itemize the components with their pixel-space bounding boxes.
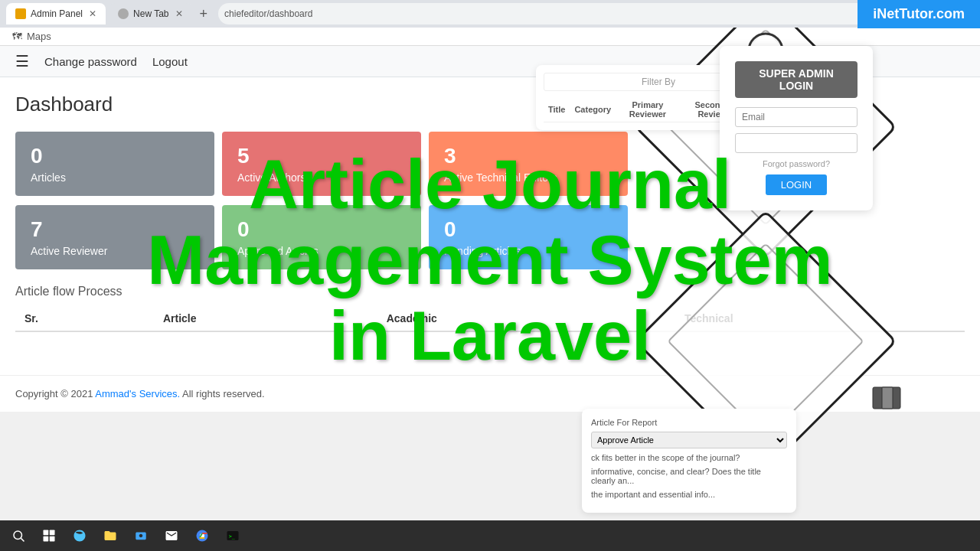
card-active-reviewer: 7 Active Reviewer bbox=[15, 205, 214, 269]
maps-label: Maps bbox=[27, 31, 51, 42]
taskbar: >_ bbox=[0, 520, 980, 551]
tab-close-new[interactable]: ✕ bbox=[175, 8, 183, 19]
inettuto-banner: iNetTutor.com bbox=[858, 0, 980, 28]
mini-col-category: Category bbox=[570, 97, 616, 122]
maps-bar: 🗺 Maps bbox=[0, 28, 980, 46]
col-technical: Technical bbox=[675, 306, 965, 331]
taskbar-store-icon[interactable] bbox=[132, 527, 150, 545]
cards-row-2: 7 Active Reviewer 0 Approved Artcles 0 P… bbox=[15, 205, 965, 269]
mini-col-primary: Primary Reviewer bbox=[616, 97, 680, 122]
tab-icon-admin bbox=[15, 8, 26, 19]
inettuto-label: iNetTutor.com bbox=[873, 6, 965, 21]
login-button[interactable]: LOGIN bbox=[766, 174, 827, 195]
card-active-technical: 3 Active Technical Editors bbox=[429, 132, 628, 196]
taskbar-chrome-icon[interactable] bbox=[193, 527, 211, 545]
card-articles: 0 Articles bbox=[15, 132, 214, 196]
taskbar-apps-icon[interactable] bbox=[40, 527, 58, 545]
review-title: Article For Report bbox=[591, 418, 787, 427]
svg-point-7 bbox=[14, 531, 22, 540]
super-admin-title: SUPER ADMIN LOGIN bbox=[735, 61, 858, 98]
address-bar: chiefeditor/dashboard bbox=[218, 3, 968, 24]
review-overlay: Article For Report Approve Article ck fi… bbox=[582, 409, 796, 513]
address-text: chiefeditor/dashboard bbox=[224, 8, 312, 19]
mini-col-title: Title bbox=[544, 97, 570, 122]
card-approved-number: 0 bbox=[237, 217, 406, 242]
card-active-reviewer-number: 7 bbox=[31, 217, 199, 242]
flow-table: Sr. Article Academic Technical bbox=[15, 306, 965, 344]
tab-label-new: New Tab bbox=[133, 8, 168, 19]
col-academic: Academic bbox=[377, 306, 675, 331]
col-sr: Sr. bbox=[15, 306, 154, 331]
card-active-technical-label: Active Technical Editors bbox=[444, 171, 612, 184]
svg-text:>_: >_ bbox=[229, 533, 236, 540]
footer-link[interactable]: Ammad's Services. bbox=[95, 388, 180, 399]
svg-rect-12 bbox=[50, 536, 55, 542]
forgot-password-link[interactable]: Forgot password? bbox=[735, 159, 858, 168]
tab-icon-new bbox=[118, 8, 129, 19]
svg-rect-11 bbox=[44, 536, 49, 542]
tab-admin-panel[interactable]: Admin Panel ✕ bbox=[6, 3, 106, 24]
card-pending-label: Pending Articles bbox=[444, 245, 612, 257]
tab-close-admin[interactable]: ✕ bbox=[89, 8, 96, 19]
maps-icon: 🗺 bbox=[12, 31, 22, 42]
logout-link[interactable]: Logout bbox=[152, 55, 188, 68]
taskbar-folder-icon[interactable] bbox=[101, 527, 119, 545]
card-approved-label: Approved Artcles bbox=[237, 245, 406, 257]
review-q1: ck fits better in the scope of the journ… bbox=[591, 453, 787, 462]
super-admin-password[interactable] bbox=[735, 133, 858, 153]
section-title: Article flow Process bbox=[15, 285, 965, 298]
tab-label-admin: Admin Panel bbox=[31, 8, 83, 19]
svg-rect-10 bbox=[50, 530, 55, 536]
review-approve-select[interactable]: Approve Article bbox=[591, 432, 787, 448]
browser-chrome: Admin Panel ✕ New Tab ✕ + chiefeditor/da… bbox=[0, 0, 980, 28]
taskbar-terminal-icon[interactable]: >_ bbox=[224, 527, 242, 545]
new-tab-button[interactable]: + bbox=[195, 6, 213, 22]
footer-text-before: Copyright © 2021 bbox=[15, 388, 95, 399]
taskbar-edge-icon[interactable] bbox=[70, 527, 89, 545]
card-articles-label: Articles bbox=[31, 171, 199, 184]
table-row bbox=[15, 331, 965, 344]
tab-new-tab[interactable]: New Tab ✕ bbox=[109, 3, 191, 24]
footer-text-after: All rights reserved. bbox=[180, 388, 265, 399]
card-pending-number: 0 bbox=[444, 217, 612, 242]
card-active-authors-label: Active Authors bbox=[237, 171, 406, 184]
taskbar-search-icon[interactable] bbox=[9, 527, 28, 545]
super-admin-email[interactable] bbox=[735, 107, 858, 127]
footer: Copyright © 2021 Ammad's Services. All r… bbox=[0, 375, 980, 412]
taskbar-mail-icon[interactable] bbox=[162, 527, 181, 545]
card-active-authors: 5 Active Authors bbox=[222, 132, 421, 196]
card-pending-articles: 0 Pending Articles bbox=[429, 205, 628, 269]
super-admin-box: SUPER ADMIN LOGIN Forgot password? LOGIN bbox=[720, 46, 873, 210]
card-articles-number: 0 bbox=[31, 144, 199, 168]
svg-rect-9 bbox=[44, 530, 49, 536]
card-active-technical-number: 3 bbox=[444, 144, 612, 168]
change-password-link[interactable]: Change password bbox=[44, 55, 137, 68]
card-active-reviewer-label: Active Reviewer bbox=[31, 245, 199, 257]
card-approved-articles: 0 Approved Artcles bbox=[222, 205, 421, 269]
review-q2: informative, concise, and clear? Does th… bbox=[591, 467, 787, 485]
svg-line-8 bbox=[21, 538, 24, 541]
card-active-authors-number: 5 bbox=[237, 144, 406, 168]
col-article: Article bbox=[154, 306, 377, 331]
review-q3: the important and essential info... bbox=[591, 490, 787, 499]
hamburger-icon[interactable]: ☰ bbox=[15, 52, 29, 70]
